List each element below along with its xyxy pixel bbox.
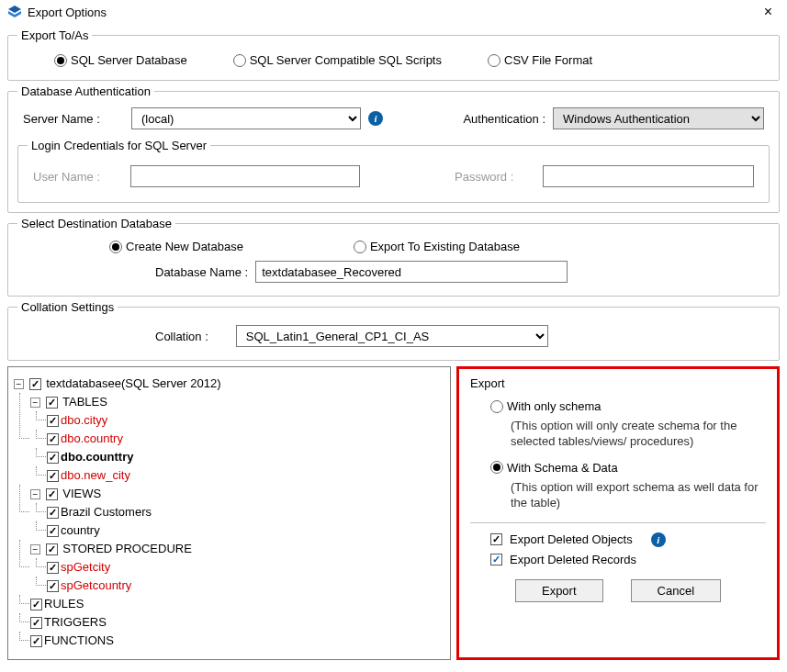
checkbox-label: Export Deleted Objects — [510, 532, 633, 546]
auth-label: Authentication : — [463, 112, 545, 126]
dbname-input[interactable] — [255, 261, 568, 283]
db-auth-group: Database Authentication Server Name : (l… — [7, 84, 780, 213]
export-title: Export — [470, 376, 766, 390]
username-input — [130, 165, 360, 187]
collapse-icon[interactable]: − — [30, 398, 40, 408]
collapse-icon[interactable]: − — [30, 489, 40, 499]
tree-node-sp[interactable]: − STORED PROCEDURE spGetcity spGetcountr… — [30, 540, 444, 595]
object-tree[interactable]: − textdatabasee(SQL Server 2012) − TABLE… — [7, 366, 451, 660]
radio-label: With Schema & Data — [507, 461, 618, 475]
export-deleted-records-checkbox[interactable] — [490, 554, 502, 566]
dest-db-group: Select Destination Database Create New D… — [7, 217, 780, 297]
tree-node-views[interactable]: − VIEWS Brazil Customers country — [30, 485, 444, 540]
tree-item[interactable]: Brazil Customers — [47, 503, 444, 521]
checkbox-icon[interactable] — [30, 635, 42, 647]
collation-legend: Collation Settings — [17, 300, 118, 314]
collation-group: Collation Settings Collation : SQL_Latin… — [7, 300, 780, 361]
tree-label: TABLES — [62, 395, 107, 409]
info-icon[interactable]: i — [651, 532, 666, 547]
tree-label: dbo.new_city — [61, 468, 130, 482]
tree-node-functions[interactable]: FUNCTIONS — [30, 632, 444, 650]
checkbox-icon[interactable] — [46, 488, 58, 500]
server-name-label: Server Name : — [23, 112, 124, 126]
db-auth-legend: Database Authentication — [17, 84, 154, 98]
export-button[interactable]: Export — [515, 579, 603, 602]
radio-icon — [490, 400, 503, 413]
checkbox-icon[interactable] — [47, 433, 59, 445]
export-to-group: Export To/As SQL Server Database SQL Ser… — [7, 28, 780, 81]
checkbox-icon[interactable] — [30, 599, 42, 610]
tree-root-label: textdatabasee(SQL Server 2012) — [46, 376, 220, 390]
checkbox-icon[interactable] — [47, 562, 59, 574]
password-label: Password : — [455, 170, 537, 184]
tree-label: spGetcountry — [61, 578, 131, 592]
auth-select[interactable]: Windows Authentication — [553, 107, 764, 129]
dbname-label: Database Name : — [155, 265, 248, 279]
schema-only-radio[interactable]: With only schema — [490, 399, 766, 413]
checkbox-icon[interactable] — [47, 507, 59, 519]
radio-icon — [233, 54, 246, 67]
tree-item[interactable]: dbo.country — [47, 430, 444, 448]
password-input — [543, 165, 754, 187]
login-creds-legend: Login Credentials for SQL Server — [28, 139, 210, 152]
tree-label: dbo.country — [61, 431, 123, 445]
tree-label: country — [61, 523, 100, 537]
app-icon — [7, 5, 22, 19]
tree-item[interactable]: dbo.cityy — [47, 411, 444, 430]
collapse-icon[interactable]: − — [14, 379, 24, 389]
tree-node-rules[interactable]: RULES — [30, 595, 444, 613]
cancel-button[interactable]: Cancel — [631, 579, 721, 602]
tree-label: FUNCTIONS — [44, 633, 114, 647]
export-panel: Export With only schema (This option wil… — [456, 366, 780, 660]
checkbox-icon[interactable] — [29, 378, 41, 390]
export-to-csv-radio[interactable]: CSV File Format — [488, 53, 592, 67]
server-name-select[interactable]: (local) — [131, 107, 361, 129]
tree-label: spGetcity — [61, 560, 110, 574]
username-label: User Name : — [33, 170, 125, 184]
radio-label: Export To Existing Database — [370, 240, 520, 253]
checkbox-icon[interactable] — [46, 397, 58, 409]
export-to-sql-db-radio[interactable]: SQL Server Database — [54, 53, 187, 67]
tree-label: Brazil Customers — [61, 505, 152, 519]
tree-label: RULES — [44, 597, 84, 610]
create-new-db-radio[interactable]: Create New Database — [109, 240, 243, 253]
radio-label: SQL Server Database — [71, 53, 187, 67]
tree-item[interactable]: dbo.counttry — [47, 448, 444, 466]
tree-root[interactable]: − textdatabasee(SQL Server 2012) − TABLE… — [14, 375, 444, 650]
collapse-icon[interactable]: − — [30, 544, 40, 554]
svg-marker-0 — [8, 6, 21, 13]
login-creds-group: Login Credentials for SQL Server User Na… — [17, 139, 770, 203]
tree-item[interactable]: dbo.new_city — [47, 466, 444, 485]
collation-select[interactable]: SQL_Latin1_General_CP1_CI_AS — [236, 325, 548, 347]
checkbox-icon[interactable] — [30, 617, 42, 629]
tree-item[interactable]: spGetcountry — [47, 577, 444, 595]
radio-label: Create New Database — [126, 240, 243, 253]
tree-label: dbo.cityy — [61, 413, 107, 427]
radio-label: SQL Server Compatible SQL Scripts — [250, 53, 442, 67]
checkbox-icon[interactable] — [46, 543, 58, 555]
tree-node-triggers[interactable]: TRIGGERS — [30, 613, 444, 632]
radio-icon — [490, 461, 503, 474]
radio-icon — [354, 241, 366, 253]
checkbox-icon[interactable] — [47, 580, 59, 592]
export-existing-db-radio[interactable]: Export To Existing Database — [354, 240, 520, 253]
tree-item[interactable]: country — [47, 521, 444, 540]
checkbox-icon[interactable] — [47, 415, 59, 427]
export-to-legend: Export To/As — [17, 28, 92, 42]
radio-label: With only schema — [507, 399, 601, 413]
checkbox-label: Export Deleted Records — [510, 553, 636, 566]
radio-icon — [54, 54, 67, 67]
tree-label: STORED PROCEDURE — [62, 542, 192, 555]
checkbox-icon[interactable] — [47, 470, 59, 482]
checkbox-icon[interactable] — [47, 525, 59, 537]
close-button[interactable]: × — [757, 4, 780, 20]
divider — [470, 522, 766, 523]
tree-item[interactable]: spGetcity — [47, 558, 444, 577]
schema-data-radio[interactable]: With Schema & Data — [490, 461, 766, 475]
tree-node-tables[interactable]: − TABLES dbo.cityy dbo.country dbo.count… — [30, 393, 444, 485]
export-to-sql-script-radio[interactable]: SQL Server Compatible SQL Scripts — [233, 53, 442, 67]
export-deleted-objects-checkbox[interactable] — [490, 533, 502, 545]
checkbox-icon[interactable] — [47, 452, 59, 464]
dest-db-legend: Select Destination Database — [17, 217, 175, 230]
info-icon[interactable]: i — [368, 111, 383, 126]
